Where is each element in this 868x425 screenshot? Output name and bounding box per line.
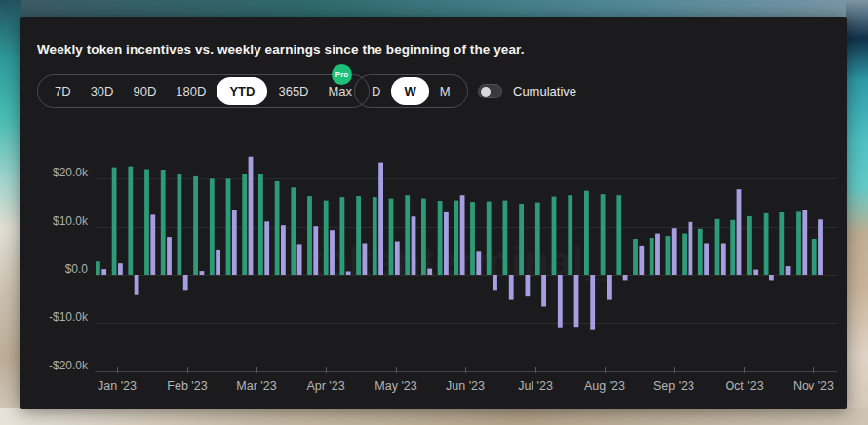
bar-incentives-w28[interactable] (535, 203, 540, 275)
bar-earnings-w17[interactable] (363, 244, 368, 276)
x-axis-label: May '23 (375, 379, 416, 393)
x-axis-label: Aug '23 (584, 379, 625, 393)
bar-earnings-w27[interactable] (526, 275, 531, 296)
bar-incentives-w16[interactable] (340, 197, 345, 275)
bar-earnings-w29[interactable] (558, 275, 563, 328)
bar-incentives-w34[interactable] (633, 239, 638, 275)
bar-incentives-w13[interactable] (291, 187, 296, 275)
bar-incentives-w5[interactable] (161, 170, 166, 275)
bar-earnings-w25[interactable] (493, 275, 497, 290)
bar-incentives-w30[interactable] (568, 195, 572, 275)
bar-incentives-w7[interactable] (193, 176, 198, 275)
x-axis-label: Nov '23 (793, 379, 834, 393)
bar-earnings-w20[interactable] (412, 216, 416, 275)
bar-incentives-w8[interactable] (210, 178, 215, 275)
bar-incentives-w35[interactable] (650, 238, 654, 275)
bar-incentives-w45[interactable] (812, 239, 817, 275)
pro-badge: Pro (332, 64, 352, 85)
bar-earnings-w30[interactable] (574, 275, 579, 327)
bar-earnings-w11[interactable] (264, 221, 269, 275)
bar-earnings-w26[interactable] (509, 275, 514, 300)
bar-earnings-w38[interactable] (704, 244, 709, 276)
bar-incentives-w19[interactable] (389, 199, 394, 275)
bar-incentives-w42[interactable] (764, 213, 769, 275)
bar-earnings-w15[interactable] (330, 230, 335, 275)
bar-incentives-w38[interactable] (698, 229, 703, 275)
bar-earnings-w8[interactable] (216, 250, 220, 275)
bar-incentives-w9[interactable] (226, 178, 231, 275)
bar-incentives-w14[interactable] (307, 196, 312, 275)
bar-earnings-w12[interactable] (281, 225, 286, 275)
bar-earnings-w10[interactable] (249, 157, 254, 275)
bar-earnings-w16[interactable] (346, 272, 351, 276)
bar-earnings-w2[interactable] (118, 263, 123, 275)
bar-earnings-w42[interactable] (769, 275, 774, 280)
bar-incentives-w3[interactable] (128, 167, 133, 275)
bar-earnings-w5[interactable] (167, 237, 172, 275)
bar-earnings-w35[interactable] (655, 234, 660, 275)
bar-incentives-w2[interactable] (112, 168, 117, 275)
bar-incentives-w24[interactable] (470, 202, 475, 275)
bar-incentives-w20[interactable] (405, 195, 410, 275)
bar-incentives-w1[interactable] (96, 261, 100, 275)
bar-incentives-w40[interactable] (730, 220, 735, 275)
bar-earnings-w41[interactable] (753, 270, 758, 275)
bar-earnings-w32[interactable] (607, 275, 612, 300)
bar-incentives-w23[interactable] (454, 201, 458, 275)
bar-earnings-w18[interactable] (378, 163, 383, 275)
bar-incentives-w33[interactable] (616, 195, 621, 275)
bar-earnings-w21[interactable] (427, 269, 432, 275)
bar-incentives-w6[interactable] (178, 174, 182, 275)
bar-earnings-w7[interactable] (200, 271, 205, 275)
bar-earnings-w19[interactable] (395, 242, 400, 276)
bar-incentives-w21[interactable] (421, 199, 426, 275)
wallpaper-sand-bottom (0, 408, 868, 425)
bar-incentives-w4[interactable] (144, 170, 149, 276)
bar-incentives-w44[interactable] (796, 211, 801, 275)
wallpaper-ocean-top (0, 0, 868, 18)
bar-earnings-w9[interactable] (232, 210, 237, 275)
bar-earnings-w40[interactable] (737, 189, 742, 275)
bar-incentives-w37[interactable] (682, 234, 687, 275)
bar-incentives-w11[interactable] (258, 174, 263, 275)
bar-incentives-w12[interactable] (275, 181, 280, 275)
bar-incentives-w25[interactable] (487, 202, 492, 275)
bar-earnings-w14[interactable] (313, 226, 318, 275)
bar-incentives-w43[interactable] (779, 212, 784, 275)
bar-earnings-w6[interactable] (183, 275, 188, 290)
bar-incentives-w26[interactable] (503, 201, 508, 275)
bar-earnings-w28[interactable] (541, 275, 546, 307)
bar-earnings-w1[interactable] (101, 269, 106, 275)
bar-incentives-w18[interactable] (373, 197, 377, 275)
bar-earnings-w36[interactable] (672, 228, 677, 275)
bar-earnings-w4[interactable] (150, 214, 155, 275)
bar-earnings-w33[interactable] (623, 275, 628, 280)
bar-incentives-w32[interactable] (601, 194, 606, 275)
bar-incentives-w10[interactable] (242, 174, 247, 276)
bar-incentives-w17[interactable] (356, 196, 361, 275)
bar-earnings-w44[interactable] (802, 210, 807, 275)
y-axis-label: $10.0k (53, 214, 89, 228)
bar-incentives-w41[interactable] (747, 216, 752, 275)
bar-incentives-w39[interactable] (715, 219, 720, 275)
bar-incentives-w36[interactable] (666, 236, 671, 275)
bar-incentives-w22[interactable] (438, 201, 443, 275)
bar-earnings-w43[interactable] (786, 266, 791, 275)
y-axis-label: $0.0 (65, 262, 89, 276)
bar-earnings-w37[interactable] (689, 222, 693, 275)
bar-incentives-w31[interactable] (584, 191, 589, 275)
bar-earnings-w3[interactable] (135, 275, 139, 295)
bar-earnings-w23[interactable] (460, 195, 465, 275)
bar-incentives-w29[interactable] (552, 197, 557, 275)
bar-earnings-w34[interactable] (639, 246, 644, 275)
bar-earnings-w13[interactable] (297, 244, 302, 275)
y-axis-label: $20.0k (53, 166, 89, 179)
bar-earnings-w22[interactable] (444, 212, 449, 275)
bar-incentives-w15[interactable] (324, 201, 329, 275)
x-axis-label: Feb '23 (167, 379, 207, 393)
bar-earnings-w45[interactable] (818, 219, 823, 275)
bar-earnings-w31[interactable] (590, 275, 595, 330)
bar-earnings-w39[interactable] (721, 244, 726, 276)
bar-earnings-w24[interactable] (476, 251, 481, 275)
bar-incentives-w27[interactable] (519, 204, 524, 275)
